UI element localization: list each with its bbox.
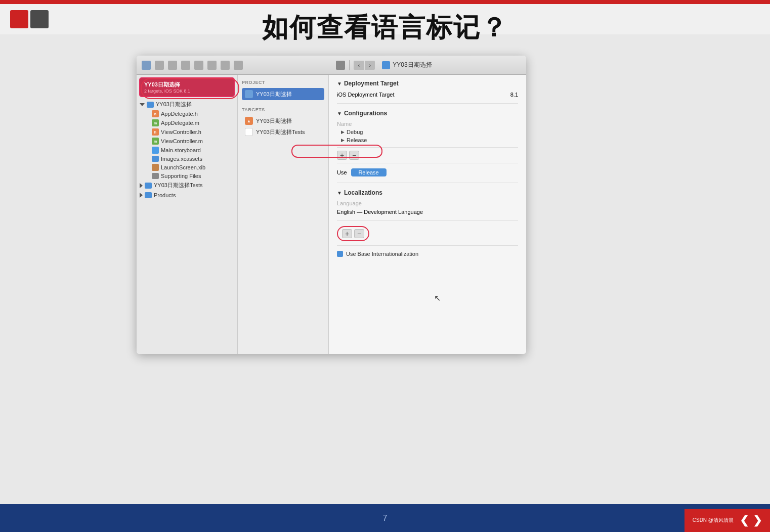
nav-item-mainstoryboard[interactable]: Main.storyboard — [137, 146, 237, 155]
language-col: Language — [337, 199, 518, 207]
deployment-row: iOS Deployment Target 8.1 — [337, 90, 518, 99]
nav-item-viewcontrollerh[interactable]: h ViewController.h — [137, 127, 237, 137]
project-name: YY03日期选择 — [256, 91, 292, 98]
nav-item-label-vch: ViewController.h — [161, 129, 201, 135]
checkbox-blue[interactable] — [337, 251, 343, 257]
use-base-row: Use Base Internationalization — [337, 249, 518, 259]
breadcrumb: YY03日期选择 — [382, 61, 432, 69]
target-app-icon: ▲ — [245, 117, 253, 125]
toolbar-warning-icon[interactable] — [181, 61, 190, 70]
storyboard-icon — [152, 147, 159, 154]
divider-6 — [337, 245, 518, 246]
top-bar — [0, 0, 770, 4]
toolbar-grid-icon[interactable] — [207, 61, 217, 70]
name-col: Name — [337, 120, 518, 128]
triangle-right-icon — [140, 183, 143, 188]
triangle-down-icon — [140, 103, 145, 106]
nav-item-xcassets[interactable]: Images.xcassets — [137, 155, 237, 163]
badge-text-area: CSDN @清风清晨 — [693, 517, 734, 524]
nav-header-title: YY03日期选择 — [144, 81, 230, 88]
folder-icon — [147, 102, 154, 108]
products-folder-icon — [145, 192, 152, 198]
h-icon-2: h — [152, 128, 159, 136]
nav-item-label-launchscreen: LaunchScreen.xib — [161, 164, 205, 170]
m-icon-2: m — [152, 138, 159, 145]
toolbar-back-btn[interactable]: ‹ — [354, 61, 364, 70]
config-plus-btn[interactable]: + — [337, 151, 347, 160]
localizations-section: ▼ Localizations Language English — Devel… — [337, 189, 518, 259]
configurations-header: ▼ Configurations — [337, 110, 518, 117]
project-section: PROJECT YY03日期选择 — [238, 75, 328, 102]
nav-tests-label: YY03日期选择Tests — [154, 182, 203, 189]
group-icon — [152, 173, 159, 179]
english-row: English — Development Language — [337, 207, 518, 216]
release-dropdown[interactable]: Release — [351, 168, 387, 176]
toolbar-divider — [349, 60, 350, 70]
file-navigator: YY03日期选择 2 targets, iOS SDK 8.1 YY03日期选择… — [137, 75, 238, 354]
toolbar-folder-icon[interactable] — [142, 61, 151, 70]
divider-3 — [337, 163, 518, 163]
target-app-item[interactable]: ▲ YY03日期选择 — [242, 115, 324, 126]
config-plus-minus: + − — [337, 151, 518, 160]
toolbar-bookmark-icon[interactable] — [155, 61, 164, 70]
target-test-icon — [245, 128, 253, 136]
nav-root-label: YY03日期选择 — [156, 101, 192, 108]
toolbar-link-icon[interactable] — [221, 61, 230, 70]
nav-item-label-storyboard: Main.storyboard — [161, 147, 201, 153]
nav-item-appdelegateh[interactable]: h AppDelegate.h — [137, 109, 237, 118]
nav-products-group[interactable]: Products — [137, 191, 237, 200]
bottom-right-badge: CSDN @清风清晨 ❮ ❯ — [685, 509, 770, 532]
targets-section-label: TARGETS — [242, 107, 324, 112]
prev-arrow[interactable]: ❮ — [740, 514, 749, 527]
toolbar-search-icon[interactable] — [168, 61, 177, 70]
main-title: 如何查看语言标记？ — [0, 10, 770, 46]
badge-text: CSDN @清风清晨 — [693, 517, 734, 524]
deployment-header: ▼ Deployment Target — [337, 80, 518, 87]
nav-item-appdelegatem[interactable]: m AppDelegate.m — [137, 118, 237, 127]
localizations-header: ▼ Localizations — [337, 189, 518, 196]
nav-arrows: ❮ ❯ — [740, 514, 762, 527]
xcode-window: ‹ › YY03日期选择 YY03日期选择 2 targets, iOS SDK… — [137, 56, 526, 354]
divider-5 — [337, 220, 518, 221]
use-release-row: Use Release — [337, 166, 518, 179]
nav-root-item[interactable]: YY03日期选择 — [137, 100, 237, 109]
nav-item-launchscreen[interactable]: LaunchScreen.xib — [137, 163, 237, 172]
loc-minus-btn[interactable]: − — [354, 229, 364, 238]
config-minus-btn[interactable]: − — [349, 151, 359, 160]
m-icon: m — [152, 119, 159, 126]
toolbar-forward-btn[interactable]: › — [365, 61, 375, 70]
breadcrumb-icon — [382, 61, 390, 69]
nav-header[interactable]: YY03日期选择 2 targets, iOS SDK 8.1 — [139, 77, 235, 97]
next-arrow[interactable]: ❯ — [753, 514, 762, 527]
toolbar-middle-icon[interactable] — [336, 61, 345, 70]
nav-item-viewcontrollerm[interactable]: m ViewController.m — [137, 137, 237, 146]
file-tree: YY03日期选择 h AppDelegate.h m AppDelegate.m… — [137, 99, 237, 201]
tests-folder-icon — [145, 183, 152, 189]
toolbar-diamond-icon[interactable] — [194, 61, 203, 70]
xcassets-icon — [152, 156, 159, 162]
nav-item-label-vcm: ViewController.m — [161, 138, 203, 144]
nav-item-label-supporting: Supporting Files — [161, 173, 201, 179]
page-number: 7 — [383, 514, 388, 523]
toolbar-box-icon[interactable] — [234, 61, 243, 70]
divider-1 — [337, 103, 518, 104]
xib-icon — [152, 164, 159, 171]
localization-plus-minus: + − — [337, 226, 369, 241]
nav-header-subtitle: 2 targets, iOS SDK 8.1 — [144, 88, 230, 94]
xcode-body: YY03日期选择 2 targets, iOS SDK 8.1 YY03日期选择… — [137, 75, 526, 354]
release-item[interactable]: ▶ Release — [337, 136, 518, 144]
project-icon — [245, 90, 253, 98]
nav-tests-group[interactable]: YY03日期选择Tests — [137, 180, 237, 191]
target-test-item[interactable]: YY03日期选择Tests — [242, 126, 324, 138]
project-item-selected[interactable]: YY03日期选择 — [242, 88, 324, 100]
target-test-label: YY03日期选择Tests — [256, 128, 305, 136]
nav-products-label: Products — [154, 192, 176, 198]
debug-item[interactable]: ▶ Debug — [337, 128, 518, 136]
toolbar-nav-buttons: ‹ › — [354, 61, 375, 70]
configurations-section: ▼ Configurations Name ▶ Debug ▶ Release … — [337, 110, 518, 183]
divider-4 — [337, 183, 518, 183]
targets-section: TARGETS ▲ YY03日期选择 YY03日期选择Tests — [238, 102, 328, 140]
nav-item-supporting[interactable]: Supporting Files — [137, 172, 237, 180]
loc-plus-btn[interactable]: + — [342, 229, 352, 238]
target-app-label: YY03日期选择 — [256, 117, 292, 125]
